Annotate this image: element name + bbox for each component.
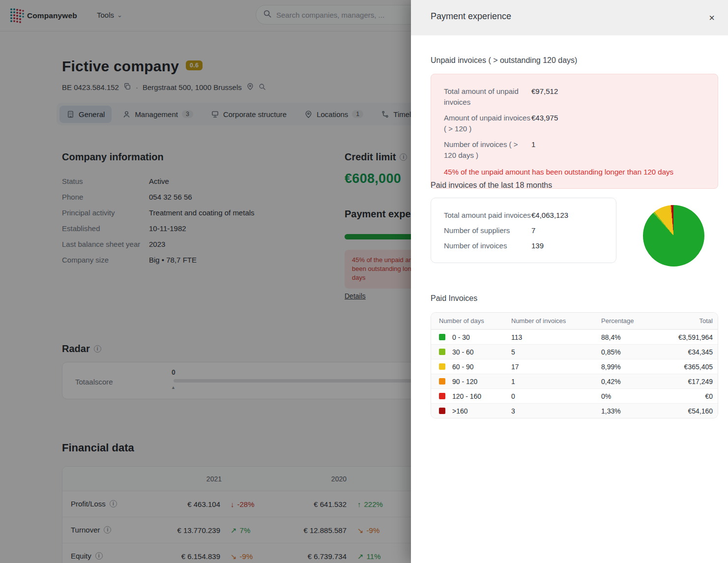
paid-invoices-table-heading: Paid Invoices bbox=[431, 294, 477, 303]
unpaid-label: Amount of unpaid invoices ( > 120 ) bbox=[444, 113, 531, 134]
legend-swatch bbox=[439, 378, 445, 385]
days-range: 60 - 90 bbox=[452, 363, 474, 371]
days-range: 90 - 120 bbox=[452, 378, 477, 385]
unpaid-invoices-card: Total amount of unpaid invoices€97,512 A… bbox=[431, 74, 718, 189]
unpaid-label: Total amount of unpaid invoices bbox=[444, 86, 531, 108]
unpaid-value: €43,975 bbox=[531, 113, 558, 134]
table-row: 120 - 160 0 0% €0 bbox=[431, 388, 718, 403]
pie-chart bbox=[643, 205, 704, 267]
total-amount: €54,160 bbox=[665, 407, 718, 415]
days-range: 30 - 60 bbox=[452, 348, 474, 356]
col-percentage: Percentage bbox=[601, 317, 665, 325]
unpaid-invoices-heading: Unpaid invoices ( > outstanding 120 days… bbox=[431, 56, 577, 65]
invoice-count: 5 bbox=[511, 348, 601, 356]
panel-header: Payment experience × bbox=[411, 0, 728, 35]
paid-summary-row: Number of suppliers7 bbox=[444, 225, 603, 236]
unpaid-row: Number of invoices ( > 120 days )1 bbox=[444, 139, 705, 161]
total-amount: €17,249 bbox=[665, 378, 718, 385]
total-amount: €3,591,964 bbox=[665, 333, 718, 341]
table-row: >160 3 1,33% €54,160 bbox=[431, 403, 718, 418]
unpaid-value: 1 bbox=[531, 139, 535, 161]
col-number-of-invoices: Number of invoices bbox=[511, 317, 601, 325]
paid-value: 139 bbox=[531, 240, 544, 251]
unpaid-row: Amount of unpaid invoices ( > 120 )€43,9… bbox=[444, 113, 705, 134]
paid-invoices-table: Number of days Number of invoices Percen… bbox=[431, 312, 718, 418]
table-row: 60 - 90 17 8,99% €365,405 bbox=[431, 359, 718, 374]
table-row: 90 - 120 1 0,42% €17,249 bbox=[431, 374, 718, 388]
days-range: 0 - 30 bbox=[452, 333, 470, 341]
paid-invoices-18m-heading: Paid invoices of the last 18 months bbox=[431, 181, 552, 190]
days-range: >160 bbox=[452, 407, 468, 415]
paid-label: Number of invoices bbox=[444, 240, 531, 251]
paid-summary-row: Total amount paid invoices€4,063,123 bbox=[444, 210, 603, 220]
paid-label: Number of suppliers bbox=[444, 225, 531, 236]
application-window: Companyweb Tools ⌄ Fictive company0.6 BE… bbox=[0, 0, 728, 563]
percentage: 0% bbox=[601, 392, 665, 400]
unpaid-value: €97,512 bbox=[531, 86, 558, 108]
col-total: Total bbox=[665, 317, 718, 325]
unpaid-row: Total amount of unpaid invoices€97,512 bbox=[444, 86, 705, 108]
percentage: 1,33% bbox=[601, 407, 665, 415]
col-number-of-days: Number of days bbox=[431, 317, 511, 325]
panel-title: Payment experience bbox=[431, 11, 511, 22]
invoice-count: 3 bbox=[511, 407, 601, 415]
invoice-count: 1 bbox=[511, 378, 601, 385]
total-amount: €365,405 bbox=[665, 363, 718, 371]
invoice-count: 113 bbox=[511, 333, 601, 341]
table-row: 0 - 30 113 88,4% €3,591,964 bbox=[431, 329, 718, 344]
table-row: 30 - 60 5 0,85% €34,345 bbox=[431, 344, 718, 359]
close-icon[interactable]: × bbox=[704, 10, 719, 25]
paid-label: Total amount paid invoices bbox=[444, 210, 531, 220]
unpaid-label: Number of invoices ( > 120 days ) bbox=[444, 139, 531, 161]
legend-swatch bbox=[439, 363, 445, 370]
total-amount: €0 bbox=[665, 392, 718, 400]
percentage: 0,42% bbox=[601, 378, 665, 385]
invoice-count: 17 bbox=[511, 363, 601, 371]
unpaid-warning-text: 45% of the unpaid amount has been outsta… bbox=[444, 167, 705, 178]
paid-summary-row: Number of invoices139 bbox=[444, 240, 603, 251]
percentage: 8,99% bbox=[601, 363, 665, 371]
percentage: 88,4% bbox=[601, 333, 665, 341]
percentage: 0,85% bbox=[601, 348, 665, 356]
legend-swatch bbox=[439, 393, 445, 399]
days-range: 120 - 160 bbox=[452, 392, 481, 400]
paid-invoices-summary-card: Total amount paid invoices€4,063,123 Num… bbox=[431, 198, 616, 263]
legend-swatch bbox=[439, 334, 445, 340]
paid-table-header: Number of days Number of invoices Percen… bbox=[431, 313, 718, 329]
total-amount: €34,345 bbox=[665, 348, 718, 356]
invoice-count: 0 bbox=[511, 392, 601, 400]
payment-experience-panel: Payment experience × Unpaid invoices ( >… bbox=[411, 0, 728, 563]
paid-value: €4,063,123 bbox=[531, 210, 568, 220]
legend-swatch bbox=[439, 408, 445, 414]
paid-value: 7 bbox=[531, 225, 535, 236]
legend-swatch bbox=[439, 349, 445, 355]
